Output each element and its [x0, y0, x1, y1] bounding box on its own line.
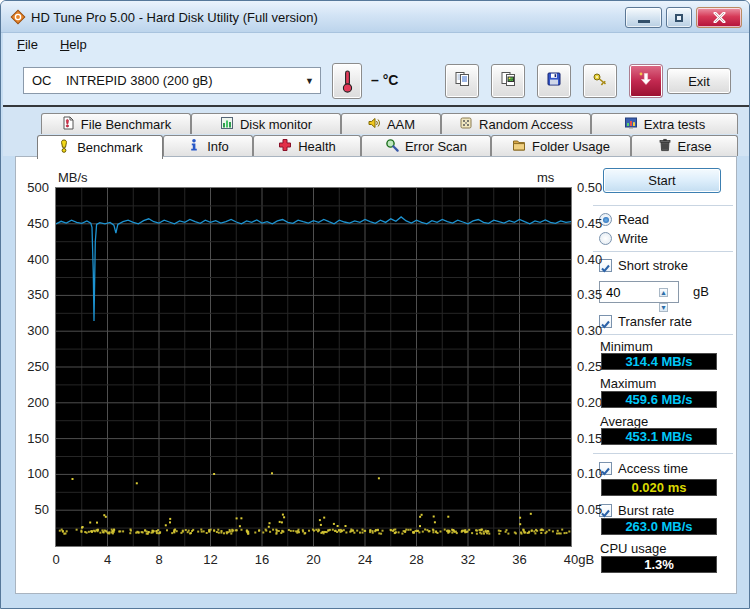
info-icon	[187, 138, 201, 155]
right-axis-tick: 0.25	[577, 359, 602, 374]
folder-icon	[512, 138, 526, 155]
temperature-button[interactable]	[332, 63, 362, 99]
x-axis-tick: 28	[395, 552, 439, 567]
tab-aam[interactable]: AAM	[341, 113, 441, 134]
benchmark-plot	[55, 187, 572, 547]
x-axis-tick: 4	[86, 552, 130, 567]
cpu-usage-label: CPU usage	[600, 541, 666, 556]
right-axis-tick: 0.20	[577, 395, 602, 410]
burst-rate-label: Burst rate	[618, 503, 674, 518]
exit-button[interactable]: Exit	[667, 68, 731, 94]
left-axis-title: MB/s	[58, 170, 88, 185]
title-bar[interactable]: HD Tune Pro 5.00 - Hard Disk Utility (Fu…	[1, 1, 750, 33]
tab-health[interactable]: Health	[253, 135, 361, 156]
menu-item-help[interactable]: Help	[52, 33, 95, 56]
health-cross-icon	[278, 138, 292, 155]
capacity-unit: gB	[693, 284, 709, 299]
copy-icon	[454, 71, 471, 91]
average-label: Average	[600, 414, 648, 429]
mini-chart-icon	[624, 116, 638, 133]
x-axis-tick: 24	[343, 552, 387, 567]
spinner-arrows: ▲ ▼	[659, 283, 676, 301]
drive-select-dropdown[interactable]: OC INTREPID 3800 (200 gB) ▼	[23, 67, 321, 94]
left-axis-tick: 50	[17, 502, 49, 517]
short-stroke-label: Short stroke	[618, 258, 688, 273]
maximize-button[interactable]	[666, 7, 692, 28]
x-axis-tick: 8	[137, 552, 181, 567]
x-axis-tick: 16	[240, 552, 284, 567]
separator	[593, 251, 733, 252]
update-button[interactable]	[629, 64, 663, 98]
tab-label: Error Scan	[405, 139, 467, 154]
down-arrow-icon	[638, 71, 654, 91]
tab-folder-usage[interactable]: Folder Usage	[491, 135, 631, 156]
capacity-spinner[interactable]: 40 ▲ ▼	[599, 281, 679, 303]
right-axis-tick: 0.30	[577, 323, 602, 338]
tab-erase[interactable]: Erase	[631, 135, 738, 156]
app-window: HD Tune Pro 5.00 - Hard Disk Utility (Fu…	[0, 0, 750, 609]
tab-error-scan[interactable]: Error Scan	[361, 135, 491, 156]
tab-label: Disk monitor	[240, 117, 312, 132]
maximum-value: 459.6 MB/s	[601, 391, 717, 408]
chevron-down-icon: ▼	[305, 76, 314, 86]
right-axis-title: ms	[537, 170, 554, 185]
toolbar-buttons	[445, 64, 663, 98]
start-button[interactable]: Start	[603, 168, 721, 193]
tab-label: Erase	[678, 139, 712, 154]
close-button[interactable]	[696, 7, 742, 28]
spin-down-button[interactable]: ▼	[659, 303, 668, 312]
minimize-icon	[638, 20, 650, 23]
tab-extra-tests[interactable]: Extra tests	[591, 113, 738, 134]
save-button[interactable]	[537, 64, 571, 98]
hdtune-logo-icon	[10, 9, 26, 25]
trash-icon	[658, 138, 672, 155]
tab-random-access[interactable]: Random Access	[441, 113, 591, 134]
separator	[593, 334, 733, 335]
right-axis-tick: 0.35	[577, 287, 602, 302]
keys-icon	[592, 71, 608, 91]
tab-label: AAM	[387, 117, 415, 132]
separator	[593, 205, 733, 206]
x-axis-tick: 32	[446, 552, 490, 567]
right-axis-tick: 0.40	[577, 252, 602, 267]
drive-select-value: OC INTREPID 3800 (200 gB)	[32, 73, 213, 88]
menu-item-file[interactable]: File	[9, 33, 46, 56]
tab-label: File Benchmark	[81, 117, 171, 132]
exclamation-icon	[57, 139, 71, 156]
tab-label: Random Access	[479, 117, 573, 132]
right-axis-tick: 0.10	[577, 466, 602, 481]
separator	[593, 453, 733, 454]
x-axis-tick: 0	[34, 552, 78, 567]
tab-benchmark[interactable]: Benchmark	[37, 135, 163, 159]
page-exclamation-icon	[61, 116, 75, 133]
tab-file-benchmark[interactable]: File Benchmark	[41, 113, 191, 134]
close-icon	[713, 12, 726, 23]
tab-info[interactable]: Info	[163, 135, 253, 156]
write-radio[interactable]	[599, 232, 612, 245]
copy-image-icon	[500, 71, 517, 91]
copy-image-button[interactable]	[491, 64, 525, 98]
minimize-button[interactable]	[625, 7, 662, 28]
dice-icon	[459, 116, 473, 133]
left-axis-tick: 250	[17, 359, 49, 374]
right-axis-tick: 0.15	[577, 431, 602, 446]
x-axis-tick: 12	[189, 552, 233, 567]
x-axis-tick: 20	[292, 552, 336, 567]
maximize-icon	[675, 14, 683, 22]
options-button[interactable]	[583, 64, 617, 98]
tab-label: Benchmark	[77, 140, 143, 155]
copy-text-button[interactable]	[445, 64, 479, 98]
left-axis-tick: 400	[17, 252, 49, 267]
spin-up-button[interactable]: ▲	[659, 288, 668, 297]
save-icon	[546, 71, 562, 91]
tab-strip: File BenchmarkDisk monitorAAMRandom Acce…	[3, 107, 749, 156]
tab-label: Folder Usage	[532, 139, 610, 154]
access-time-label: Access time	[618, 461, 688, 476]
transfer-rate-label: Transfer rate	[618, 314, 692, 329]
temperature-value: – °C	[371, 72, 398, 88]
x-axis-tick: 36	[498, 552, 542, 567]
minimum-label: Minimum	[600, 339, 653, 354]
maximum-label: Maximum	[600, 376, 656, 391]
tab-label: Info	[207, 139, 229, 154]
tab-disk-monitor[interactable]: Disk monitor	[191, 113, 341, 134]
